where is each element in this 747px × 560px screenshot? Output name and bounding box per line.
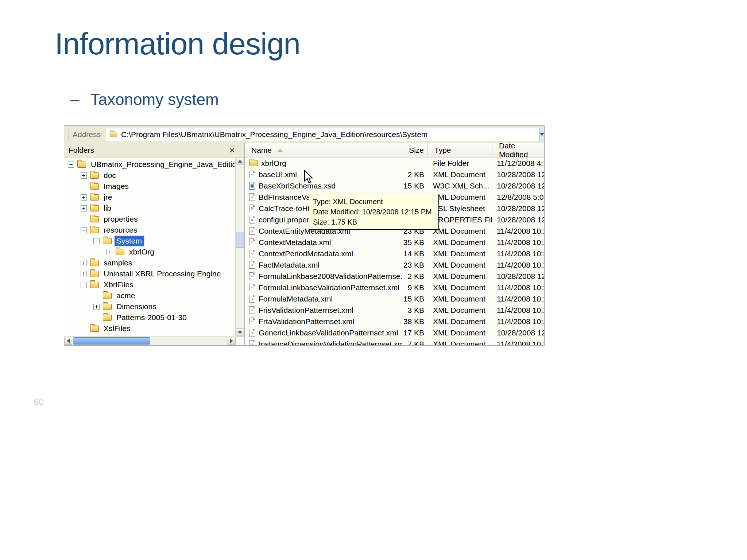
tree-item-label: Patterns-2005-01-30 <box>115 313 189 322</box>
tree-item[interactable]: samples <box>64 257 236 268</box>
file-row[interactable]: FormulaLinkbaseValidationPatternset.xml9… <box>245 282 544 293</box>
expand-plus-icon[interactable] <box>106 249 112 255</box>
folder-icon <box>90 326 99 332</box>
file-name: FormulaLinkbaseValidationPatternset.xml <box>259 283 399 292</box>
file-date-modified: 11/4/2008 10:2 <box>492 249 544 258</box>
tree-item-label: lib <box>102 203 113 213</box>
file-name: ContextMetadata.xml <box>259 238 331 247</box>
file-size: 17 KB <box>402 328 428 337</box>
file-size: 2 KB <box>402 170 428 179</box>
file-name-cell: BaseXbrlSchemas.xsd <box>245 182 402 190</box>
folder-icon <box>77 162 86 168</box>
expand-plus-icon[interactable] <box>93 304 100 310</box>
column-header-label: Size <box>409 146 424 155</box>
vertical-scroll-thumb[interactable] <box>236 232 244 248</box>
scroll-up-button[interactable] <box>236 157 244 165</box>
tree-item[interactable]: xbrlOrg <box>64 246 236 257</box>
file-size: 7 KB <box>402 340 428 346</box>
file-name-cell: FormulaLinkbase2008ValidationPatternse..… <box>245 272 402 281</box>
file-type: XML Document <box>428 249 492 258</box>
expand-plus-icon[interactable] <box>81 271 87 277</box>
file-row[interactable]: ContextPeriodMetadata.xml14 KBXML Docume… <box>245 248 544 259</box>
tree-item[interactable]: lib <box>64 203 236 214</box>
file-row[interactable]: GenericLinkbaseValidationPatternset.xml1… <box>245 327 544 338</box>
column-header-name[interactable]: Name <box>245 143 402 157</box>
file-date-modified: 10/28/2008 12: <box>492 170 544 179</box>
tree-item-label: System <box>115 236 144 246</box>
column-header-label: Date Modified <box>499 143 544 159</box>
xml-file-icon <box>249 227 255 235</box>
file-row[interactable]: FormulaMetadata.xml15 KBXML Document11/4… <box>245 293 544 304</box>
folder-icon <box>103 238 112 244</box>
tree-item-label: UBmatrix_Processing_Engine_Java_Edition <box>89 160 236 169</box>
file-name: InstanceDimensionValidationPatternset.xm… <box>259 340 402 346</box>
file-row[interactable]: InstanceDimensionValidationPatternset.xm… <box>245 338 544 345</box>
file-date-modified: 10/28/2008 12: <box>492 204 544 213</box>
expand-plus-icon[interactable] <box>81 194 87 201</box>
tree-item[interactable]: Uninstall XBRL Processing Engine <box>64 268 236 279</box>
column-header-size[interactable]: Size <box>402 143 428 157</box>
file-type: W3C XML Sch... <box>428 182 492 190</box>
address-bar: Address C:\Program Files\UBmatrix\UBmatr… <box>64 126 544 143</box>
file-row[interactable]: FormulaLinkbase2008ValidationPatternse..… <box>245 271 544 282</box>
xml-file-icon <box>249 306 255 314</box>
horizontal-scroll-thumb[interactable] <box>73 337 150 345</box>
file-type: XML Document <box>428 328 492 337</box>
column-header-date-modified[interactable]: Date Modified <box>492 143 544 157</box>
file-row[interactable]: xbrlOrgFile Folder11/12/2008 4:1 <box>245 158 544 169</box>
column-header-type[interactable]: Type <box>428 143 492 157</box>
expand-plus-icon[interactable] <box>81 205 87 211</box>
tree-item[interactable]: jre <box>64 192 236 203</box>
folders-horizontal-scrollbar[interactable] <box>64 336 236 345</box>
file-type: XML Document <box>428 317 492 326</box>
tree-item[interactable]: properties <box>64 214 236 225</box>
tree-item[interactable]: doc <box>64 170 236 181</box>
tree-item[interactable]: Images <box>64 181 236 192</box>
collapse-minus-icon[interactable] <box>68 162 74 168</box>
address-input[interactable]: C:\Program Files\UBmatrix\UBmatrix_Proce… <box>106 128 539 141</box>
file-tooltip: Type: XML Document Date Modified: 10/28/… <box>309 194 439 230</box>
address-dropdown-button[interactable] <box>539 128 544 141</box>
tree-item[interactable]: XbrlFiles <box>64 279 236 290</box>
bullet-dash: – <box>70 90 79 109</box>
folders-vertical-scrollbar[interactable] <box>235 157 244 337</box>
collapse-minus-icon[interactable] <box>81 227 87 233</box>
file-size: 2 KB <box>402 272 428 281</box>
expand-plus-icon[interactable] <box>81 260 87 266</box>
file-name: CalcTrace-toHt <box>259 204 310 213</box>
file-date-modified: 11/4/2008 10:2 <box>492 283 544 292</box>
file-date-modified: 11/12/2008 4:1 <box>492 159 544 168</box>
folder-icon <box>90 216 99 222</box>
file-row[interactable]: FrisValidationPatternset.xml3 KBXML Docu… <box>245 304 544 316</box>
collapse-minus-icon[interactable] <box>93 238 100 244</box>
tree-item[interactable]: resources <box>64 225 236 236</box>
file-type: XML Document <box>428 306 492 315</box>
file-name-cell: FrtaValidationPatternset.xml <box>245 317 402 326</box>
close-folders-icon[interactable]: × <box>229 145 235 155</box>
file-name-cell: FormulaLinkbaseValidationPatternset.xml <box>245 283 402 292</box>
file-type: File Folder <box>428 159 492 168</box>
file-row[interactable]: FrtaValidationPatternset.xml38 KBXML Doc… <box>245 316 544 327</box>
collapse-minus-icon[interactable] <box>81 282 87 288</box>
tree-item[interactable]: Patterns-2005-01-30 <box>64 312 236 323</box>
tree-item[interactable]: Dimensions <box>64 301 236 312</box>
file-row[interactable]: FactMetadata.xml23 KBXML Document11/4/20… <box>245 259 544 271</box>
scroll-right-button[interactable] <box>228 337 236 345</box>
xml-file-icon <box>249 238 255 246</box>
file-date-modified: 11/4/2008 10:2 <box>492 340 544 346</box>
file-name: baseUI.xml <box>259 170 297 179</box>
scroll-left-button[interactable] <box>64 337 72 345</box>
file-name: ContextPeriodMetadata.xml <box>259 249 353 258</box>
scroll-down-button[interactable] <box>236 328 244 337</box>
tree-item[interactable]: acme <box>64 290 236 301</box>
tree-item[interactable]: System <box>64 236 236 246</box>
expand-plus-icon[interactable] <box>81 172 87 179</box>
page-title: Information design <box>55 26 300 62</box>
file-row[interactable]: BaseXbrlSchemas.xsd15 KBW3C XML Sch...10… <box>245 180 544 191</box>
tree-item[interactable]: XslFiles <box>64 323 236 334</box>
bullet-line: – Taxonomy system <box>70 90 219 109</box>
file-name-cell: FactMetadata.xml <box>245 261 402 269</box>
tree-item[interactable]: UBmatrix_Processing_Engine_Java_Edition <box>64 159 236 170</box>
file-row[interactable]: ContextMetadata.xml35 KBXML Document11/4… <box>245 237 544 248</box>
file-row[interactable]: baseUI.xml2 KBXML Document10/28/2008 12: <box>245 169 544 180</box>
